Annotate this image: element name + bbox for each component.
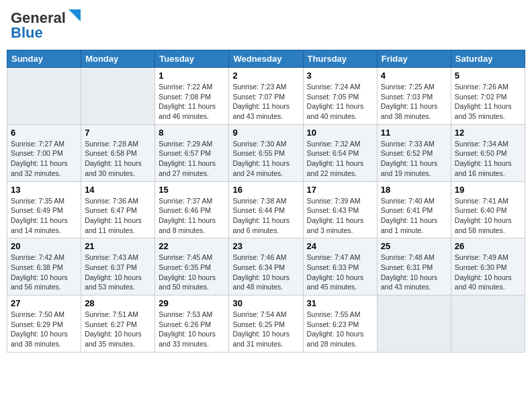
day-info: Sunrise: 7:51 AMSunset: 6:27 PMDaylight:… [85,310,151,349]
day-header-friday: Friday [377,50,451,68]
calendar-cell: 16Sunrise: 7:38 AMSunset: 6:44 PMDayligh… [229,181,303,238]
calendar-cell: 9Sunrise: 7:30 AMSunset: 6:55 PMDaylight… [229,124,303,181]
day-header-saturday: Saturday [451,50,525,68]
day-info: Sunrise: 7:48 AMSunset: 6:31 PMDaylight:… [381,253,447,292]
day-info: Sunrise: 7:50 AMSunset: 6:29 PMDaylight:… [11,310,77,349]
calendar-cell [451,295,525,353]
calendar-cell: 3Sunrise: 7:24 AMSunset: 7:05 PMDaylight… [303,68,377,125]
day-number: 2 [232,71,299,81]
day-number: 18 [381,185,447,195]
calendar-cell: 6Sunrise: 7:27 AMSunset: 7:00 PMDaylight… [7,124,81,181]
day-info: Sunrise: 7:42 AMSunset: 6:38 PMDaylight:… [11,253,77,292]
day-number: 9 [232,128,299,138]
day-number: 17 [307,185,373,195]
calendar-cell: 30Sunrise: 7:54 AMSunset: 6:25 PMDayligh… [229,295,303,353]
day-info: Sunrise: 7:54 AMSunset: 6:25 PMDaylight:… [232,310,299,349]
calendar-cell: 26Sunrise: 7:49 AMSunset: 6:30 PMDayligh… [451,238,525,295]
day-number: 30 [232,298,299,308]
calendar-cell: 25Sunrise: 7:48 AMSunset: 6:31 PMDayligh… [377,238,451,295]
day-info: Sunrise: 7:55 AMSunset: 6:23 PMDaylight:… [307,310,373,349]
calendar-cell: 18Sunrise: 7:40 AMSunset: 6:41 PMDayligh… [377,181,451,238]
logo-blue: Blue [11,24,43,42]
day-number: 21 [85,241,151,251]
day-number: 4 [381,71,447,81]
calendar-cell: 31Sunrise: 7:55 AMSunset: 6:23 PMDayligh… [303,295,377,353]
day-info: Sunrise: 7:26 AMSunset: 7:02 PMDaylight:… [455,82,521,122]
calendar-cell: 28Sunrise: 7:51 AMSunset: 6:27 PMDayligh… [81,295,155,353]
day-number: 11 [381,128,447,138]
calendar-cell [377,295,451,353]
day-info: Sunrise: 7:27 AMSunset: 7:00 PMDaylight:… [11,139,77,179]
day-info: Sunrise: 7:46 AMSunset: 6:34 PMDaylight:… [232,253,299,292]
day-number: 6 [11,128,77,138]
calendar-cell: 23Sunrise: 7:46 AMSunset: 6:34 PMDayligh… [229,238,303,295]
day-info: Sunrise: 7:24 AMSunset: 7:05 PMDaylight:… [307,82,373,122]
calendar-cell: 27Sunrise: 7:50 AMSunset: 6:29 PMDayligh… [7,295,81,353]
calendar-cell: 11Sunrise: 7:33 AMSunset: 6:52 PMDayligh… [377,124,451,181]
day-number: 7 [85,128,151,138]
day-number: 3 [307,71,373,81]
day-number: 20 [11,241,77,251]
day-info: Sunrise: 7:45 AMSunset: 6:35 PMDaylight:… [159,253,225,292]
day-info: Sunrise: 7:30 AMSunset: 6:55 PMDaylight:… [232,139,299,179]
calendar-cell: 22Sunrise: 7:45 AMSunset: 6:35 PMDayligh… [155,238,229,295]
day-number: 24 [307,241,373,251]
logo-arrow-icon [66,9,81,24]
calendar-cell: 17Sunrise: 7:39 AMSunset: 6:43 PMDayligh… [303,181,377,238]
calendar-cell: 8Sunrise: 7:29 AMSunset: 6:57 PMDaylight… [155,124,229,181]
day-info: Sunrise: 7:53 AMSunset: 6:26 PMDaylight:… [159,310,225,349]
day-number: 5 [455,71,521,81]
svg-marker-0 [69,9,81,21]
day-number: 22 [159,241,225,251]
day-info: Sunrise: 7:33 AMSunset: 6:52 PMDaylight:… [381,139,447,179]
day-info: Sunrise: 7:22 AMSunset: 7:08 PMDaylight:… [159,82,225,122]
day-number: 12 [455,128,521,138]
calendar-table: SundayMondayTuesdayWednesdayThursdayFrid… [7,50,525,353]
day-info: Sunrise: 7:37 AMSunset: 6:46 PMDaylight:… [159,196,225,236]
day-header-wednesday: Wednesday [229,50,303,68]
day-info: Sunrise: 7:38 AMSunset: 6:44 PMDaylight:… [232,196,299,236]
day-number: 23 [232,241,299,251]
calendar-cell [81,68,155,125]
day-info: Sunrise: 7:41 AMSunset: 6:40 PMDaylight:… [455,196,521,236]
day-number: 28 [85,298,151,308]
calendar-cell: 29Sunrise: 7:53 AMSunset: 6:26 PMDayligh… [155,295,229,353]
day-number: 27 [11,298,77,308]
calendar-cell: 7Sunrise: 7:28 AMSunset: 6:58 PMDaylight… [81,124,155,181]
day-info: Sunrise: 7:36 AMSunset: 6:47 PMDaylight:… [85,196,151,236]
calendar-cell: 1Sunrise: 7:22 AMSunset: 7:08 PMDaylight… [155,68,229,125]
day-number: 1 [159,71,225,81]
day-info: Sunrise: 7:40 AMSunset: 6:41 PMDaylight:… [381,196,447,236]
calendar-cell: 4Sunrise: 7:25 AMSunset: 7:03 PMDaylight… [377,68,451,125]
day-number: 25 [381,241,447,251]
calendar-cell: 24Sunrise: 7:47 AMSunset: 6:33 PMDayligh… [303,238,377,295]
day-number: 15 [159,185,225,195]
day-number: 26 [455,241,521,251]
day-info: Sunrise: 7:43 AMSunset: 6:37 PMDaylight:… [85,253,151,292]
day-info: Sunrise: 7:28 AMSunset: 6:58 PMDaylight:… [85,139,151,179]
day-header-thursday: Thursday [303,50,377,68]
calendar-cell: 20Sunrise: 7:42 AMSunset: 6:38 PMDayligh… [7,238,81,295]
day-header-sunday: Sunday [7,50,81,68]
day-info: Sunrise: 7:47 AMSunset: 6:33 PMDaylight:… [307,253,373,292]
calendar-cell [7,68,81,125]
day-number: 8 [159,128,225,138]
day-number: 19 [455,185,521,195]
day-info: Sunrise: 7:32 AMSunset: 6:54 PMDaylight:… [307,139,373,179]
page-header: General Blue [7,7,525,44]
calendar-cell: 19Sunrise: 7:41 AMSunset: 6:40 PMDayligh… [451,181,525,238]
calendar-cell: 13Sunrise: 7:35 AMSunset: 6:49 PMDayligh… [7,181,81,238]
day-number: 10 [307,128,373,138]
day-number: 29 [159,298,225,308]
day-info: Sunrise: 7:25 AMSunset: 7:03 PMDaylight:… [381,82,447,122]
day-number: 13 [11,185,77,195]
day-info: Sunrise: 7:35 AMSunset: 6:49 PMDaylight:… [11,196,77,236]
day-header-monday: Monday [81,50,155,68]
day-info: Sunrise: 7:39 AMSunset: 6:43 PMDaylight:… [307,196,373,236]
calendar-cell: 21Sunrise: 7:43 AMSunset: 6:37 PMDayligh… [81,238,155,295]
day-number: 16 [232,185,299,195]
calendar-cell: 2Sunrise: 7:23 AMSunset: 7:07 PMDaylight… [229,68,303,125]
calendar-cell: 10Sunrise: 7:32 AMSunset: 6:54 PMDayligh… [303,124,377,181]
day-header-tuesday: Tuesday [155,50,229,68]
calendar-cell: 14Sunrise: 7:36 AMSunset: 6:47 PMDayligh… [81,181,155,238]
